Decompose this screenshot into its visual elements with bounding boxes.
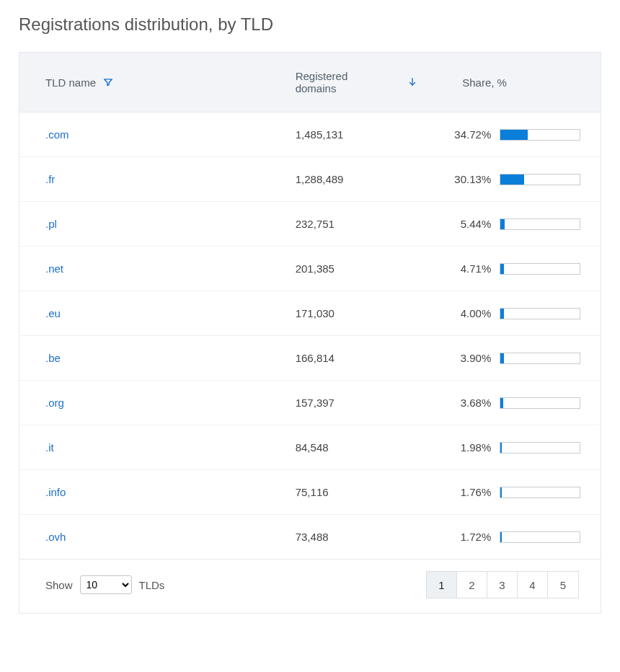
share-bar-fill: [500, 219, 505, 229]
column-header-tld-label: TLD name: [45, 76, 96, 89]
share-bar: [500, 531, 580, 543]
column-header-registered[interactable]: Registered domains: [281, 53, 433, 112]
page-button[interactable]: 1: [427, 572, 457, 598]
share-bar: [500, 397, 580, 409]
share-percent-label: 1.72%: [446, 531, 491, 543]
cell-tld: .pl: [19, 202, 281, 246]
share-bar-fill: [500, 398, 503, 408]
cell-tld: .ovh: [19, 515, 281, 559]
tld-link[interactable]: .eu: [45, 307, 61, 319]
cell-tld: .fr: [19, 157, 281, 201]
cell-registered: 75,116: [281, 470, 433, 514]
share-percent-label: 1.76%: [446, 486, 491, 498]
table-row: .eu171,0304.00%: [19, 291, 601, 336]
cell-registered: 73,488: [281, 515, 433, 559]
pagination: 12345: [426, 571, 579, 598]
table-row: .info75,1161.76%: [19, 470, 601, 515]
table-row: .org157,3973.68%: [19, 381, 601, 425]
share-bar: [500, 263, 580, 275]
tld-link[interactable]: .net: [45, 262, 63, 275]
tld-link[interactable]: .it: [45, 441, 54, 454]
share-bar: [500, 353, 580, 364]
tld-link[interactable]: .ovh: [45, 531, 66, 543]
cell-share: 34.72%: [432, 112, 601, 156]
tld-link[interactable]: .com: [45, 128, 69, 141]
share-bar-fill: [500, 532, 502, 542]
table-row: .be166,8143.90%: [19, 336, 601, 381]
share-bar-fill: [500, 487, 502, 498]
cell-tld: .org: [19, 381, 281, 425]
cell-registered: 232,751: [281, 202, 433, 246]
share-bar-fill: [500, 443, 502, 453]
share-bar-fill: [500, 130, 528, 140]
tld-link[interactable]: .info: [45, 486, 66, 498]
cell-tld: .com: [19, 112, 281, 156]
column-header-share-label: Share, %: [462, 76, 507, 89]
show-unit: TLDs: [139, 579, 165, 591]
table-row: .ovh73,4881.72%: [19, 515, 601, 560]
share-bar: [500, 487, 580, 498]
cell-tld: .be: [19, 336, 281, 380]
cell-registered: 84,548: [281, 425, 433, 469]
tld-table-card: TLD name Registered domains Share, % .co…: [19, 52, 601, 614]
column-header-registered-label: Registered domains: [296, 70, 391, 94]
cell-share: 30.13%: [432, 157, 601, 201]
page-title: Registrations distribution, by TLD: [19, 14, 601, 35]
cell-share: 3.90%: [432, 336, 601, 380]
cell-share: 1.76%: [432, 470, 601, 514]
share-bar-fill: [500, 353, 503, 363]
share-percent-label: 5.44%: [446, 218, 491, 230]
page-button[interactable]: 5: [548, 572, 578, 598]
share-percent-label: 3.90%: [446, 352, 491, 364]
page-size-select[interactable]: 10: [80, 575, 132, 594]
show-label: Show: [45, 579, 73, 591]
cell-share: 3.68%: [432, 381, 601, 425]
cell-share: 4.00%: [432, 291, 601, 335]
share-bar: [500, 129, 580, 141]
share-percent-label: 4.71%: [446, 262, 491, 275]
table-header: TLD name Registered domains Share, %: [19, 53, 601, 112]
table-row: .com1,485,13134.72%: [19, 112, 601, 157]
share-percent-label: 34.72%: [446, 128, 491, 141]
cell-registered: 166,814: [281, 336, 433, 380]
cell-share: 5.44%: [432, 202, 601, 246]
cell-share: 4.71%: [432, 247, 601, 291]
share-percent-label: 4.00%: [446, 307, 491, 319]
cell-share: 1.98%: [432, 425, 601, 469]
page-button[interactable]: 3: [487, 572, 518, 598]
filter-icon[interactable]: [103, 77, 113, 87]
tld-link[interactable]: .fr: [45, 173, 55, 185]
tld-link[interactable]: .be: [45, 352, 61, 364]
share-bar: [500, 442, 580, 454]
page-size-control: Show 10 TLDs: [45, 575, 164, 594]
tld-link[interactable]: .org: [45, 397, 64, 409]
cell-registered: 201,385: [281, 247, 433, 291]
cell-registered: 1,485,131: [281, 112, 433, 156]
table-body: .com1,485,13134.72%.fr1,288,48930.13%.pl…: [19, 112, 601, 560]
cell-registered: 1,288,489: [281, 157, 433, 201]
share-bar-fill: [500, 264, 504, 274]
share-bar-fill: [500, 174, 524, 185]
table-row: .fr1,288,48930.13%: [19, 157, 601, 202]
share-bar: [500, 308, 580, 319]
column-header-tld[interactable]: TLD name: [19, 53, 281, 112]
column-header-share[interactable]: Share, %: [432, 53, 601, 112]
share-percent-label: 30.13%: [446, 173, 491, 185]
table-footer: Show 10 TLDs 12345: [19, 560, 601, 613]
share-bar-fill: [500, 309, 503, 319]
share-percent-label: 1.98%: [446, 441, 491, 454]
cell-registered: 157,397: [281, 381, 433, 425]
cell-share: 1.72%: [432, 515, 601, 559]
page-button[interactable]: 4: [518, 572, 548, 598]
table-row: .net201,3854.71%: [19, 247, 601, 291]
page-button[interactable]: 2: [457, 572, 487, 598]
share-percent-label: 3.68%: [446, 397, 491, 409]
cell-registered: 171,030: [281, 291, 433, 335]
cell-tld: .eu: [19, 291, 281, 335]
share-bar: [500, 174, 580, 185]
tld-link[interactable]: .pl: [45, 218, 57, 230]
cell-tld: .it: [19, 425, 281, 469]
share-bar: [500, 218, 580, 230]
sort-desc-icon[interactable]: [407, 77, 417, 87]
table-row: .pl232,7515.44%: [19, 202, 601, 247]
